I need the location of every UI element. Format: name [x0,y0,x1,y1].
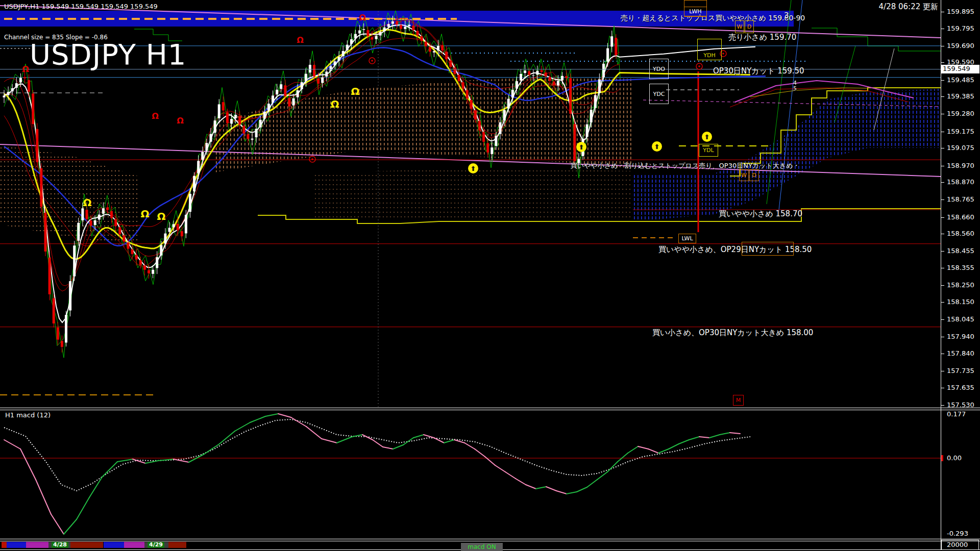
annotation-op-15950: OP30日NYカット 159.50 [713,66,804,76]
volume-scale-label: 20000 [947,541,968,548]
weekly-label-mid[interactable]: W [739,169,749,181]
price-axis-tick: 159.385 [947,92,974,100]
price-axis-tick: 158.765 [947,195,974,203]
ydh-label[interactable]: YDH [697,39,722,60]
timeline-session-block [26,542,48,548]
timeline-session-block [70,542,103,548]
price-axis-tick: 157.635 [947,384,974,391]
timeline-session-block [124,542,144,548]
svg-text:⬆: ⬆ [654,143,660,151]
macd-toggle-button[interactable]: macd ON [461,543,503,551]
price-axis-tick: 159.485 [947,76,974,84]
price-axis-tick: 158.355 [947,264,974,271]
svg-text:Ω: Ω [330,98,339,110]
symbol-ohlc-line: USDJPY,H1 159.549 159.549 159.549 159.54… [4,3,158,10]
svg-text:Ω: Ω [351,85,359,97]
price-axis-tick: 159.075 [947,144,974,152]
ydc-label[interactable]: YDC [649,84,669,104]
ydl-label[interactable]: YDL [699,144,718,157]
fraction-bottom: 5 [793,86,797,91]
mt4-chart-window: ΩΩΩΩΩΩΩΩΩΩ⬆⬆⬆⬆ USDJPY,H1 159.549 159.549… [0,0,980,551]
chart-watermark: USDJPY H1 [30,38,186,71]
last-update-time: 4/28 06:22 更新 [879,2,938,12]
price-axis-tick: 157.530 [947,401,974,409]
price-axis-tick: 159.175 [947,128,974,135]
annotation-sell-stop-15980: 売り・超えるとストップロス買いやや小さめ 159.80-90 [621,14,805,23]
price-axis-tick: 158.870 [947,178,974,186]
monthly-label[interactable]: M [733,395,744,406]
channel-info-text: Channel size = 835 Slope = -0.86 [4,34,108,41]
price-axis-tick: 157.840 [947,349,974,357]
price-axis-tick: 159.690 [947,42,974,49]
price-axis-tick: 158.045 [947,315,974,323]
svg-text:Ω: Ω [22,64,29,74]
price-axis-tick: 158.560 [947,230,974,237]
lwl-label[interactable]: LWL [678,234,696,243]
price-axis-tick: 158.970 [947,162,974,169]
annotation-sell-15970: 売り小さめ 159.70 [728,33,796,42]
current-price-badge: 159.549 [941,65,979,73]
price-axis-tick: 157.940 [947,333,974,340]
price-axis-tick: 158.150 [947,298,974,306]
chart-canvas[interactable]: ΩΩΩΩΩΩΩΩΩΩ⬆⬆⬆⬆ [0,0,980,551]
svg-text:Ω: Ω [152,111,159,121]
timeline-session-block [7,542,26,548]
macd-panel-title: H1 macd (12) [5,411,51,419]
price-axis-tick: 158.250 [947,281,974,289]
annotation-buy-15870: 買いやや小さめ 158.70 [719,209,802,219]
timeline-session-block [2,542,7,548]
svg-text:⬆: ⬆ [704,133,710,141]
svg-text:Ω: Ω [359,13,366,22]
price-axis-tick: 159.280 [947,110,974,117]
price-axis-tick: 159.895 [947,8,974,15]
macd-axis-zero: 0.00 [947,454,962,462]
daily-label-top[interactable]: D [745,20,754,33]
macd-axis-min: -0.293 [947,530,968,537]
svg-text:Ω: Ω [297,35,304,45]
price-axis[interactable]: 159.549 159.895159.795159.690159.590159.… [941,0,980,551]
annotation-buy-15895: 買いやや小さめ・割り込むとストップロス売り、OP30日NYカット大きめ・ [571,161,799,170]
timeline-session-block [168,542,186,548]
weekly-label-top[interactable]: W [735,20,744,33]
annotation-fraction: 4 5 [793,80,797,91]
daily-label-mid[interactable]: D [749,169,759,181]
price-axis-tick: 157.735 [947,367,974,374]
annotation-buy-15800: 買い小さめ、OP30日NYカット大きめ 158.00 [652,328,813,338]
price-axis-tick: 158.455 [947,247,974,255]
svg-text:Ω: Ω [83,196,91,209]
timeline-session-block [104,542,124,548]
svg-text:⬆: ⬆ [579,143,584,151]
svg-text:Ω: Ω [140,208,149,220]
lwl-extra-box[interactable] [742,242,794,256]
annotation-count-3: 3 [784,11,789,20]
price-axis-tick: 159.795 [947,24,974,32]
timeline-date-label: 4/28 [52,542,68,548]
macd-axis-max: 0.177 [947,410,966,418]
ydo-label[interactable]: YDO [649,59,669,79]
price-axis-tick: 158.660 [947,213,974,221]
timeline-date-label: 4/29 [148,542,164,548]
lwh-label[interactable]: LWH [684,7,707,16]
svg-text:Ω: Ω [177,116,184,126]
svg-text:Ω: Ω [157,210,165,222]
svg-text:⬆: ⬆ [471,165,476,172]
